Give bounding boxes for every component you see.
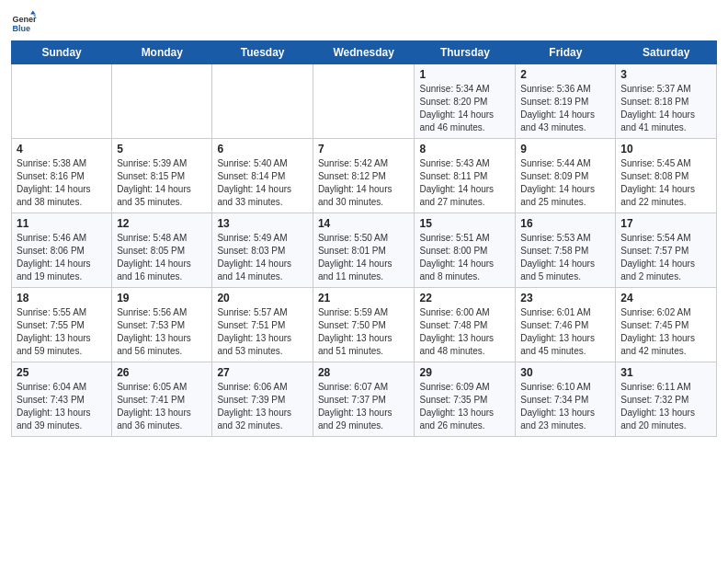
day-number: 17 bbox=[620, 217, 711, 230]
day-number: 12 bbox=[117, 217, 207, 230]
calendar-day-16: 16Sunrise: 5:53 AMSunset: 7:58 PMDayligh… bbox=[516, 213, 616, 288]
day-number: 27 bbox=[217, 366, 307, 379]
calendar-day-28: 28Sunrise: 6:07 AMSunset: 7:37 PMDayligh… bbox=[313, 362, 415, 437]
calendar-day-10: 10Sunrise: 5:45 AMSunset: 8:08 PMDayligh… bbox=[616, 139, 717, 213]
weekday-header-friday: Friday bbox=[516, 41, 616, 64]
empty-cell bbox=[313, 64, 415, 139]
day-number: 24 bbox=[620, 292, 711, 304]
calendar-week-2: 4Sunrise: 5:38 AMSunset: 8:16 PMDaylight… bbox=[12, 139, 717, 213]
day-number: 10 bbox=[620, 143, 711, 155]
day-info: Sunrise: 6:09 AMSunset: 7:35 PMDaylight:… bbox=[419, 381, 510, 432]
day-info: Sunrise: 5:38 AMSunset: 8:16 PMDaylight:… bbox=[17, 157, 107, 209]
empty-cell bbox=[212, 64, 313, 139]
calendar-day-23: 23Sunrise: 6:01 AMSunset: 7:46 PMDayligh… bbox=[516, 288, 616, 362]
calendar-table: SundayMondayTuesdayWednesdayThursdayFrid… bbox=[11, 40, 717, 437]
day-info: Sunrise: 5:45 AMSunset: 8:08 PMDaylight:… bbox=[620, 157, 711, 209]
day-info: Sunrise: 5:46 AMSunset: 8:06 PMDaylight:… bbox=[17, 232, 107, 283]
page-container: General Blue SundayMondayTuesdayWednesda… bbox=[0, 0, 728, 444]
calendar-day-5: 5Sunrise: 5:39 AMSunset: 8:15 PMDaylight… bbox=[112, 139, 212, 213]
calendar-day-14: 14Sunrise: 5:50 AMSunset: 8:01 PMDayligh… bbox=[313, 213, 415, 288]
day-number: 31 bbox=[620, 366, 711, 379]
calendar-day-7: 7Sunrise: 5:42 AMSunset: 8:12 PMDaylight… bbox=[313, 139, 415, 213]
calendar-day-21: 21Sunrise: 5:59 AMSunset: 7:50 PMDayligh… bbox=[313, 288, 415, 362]
calendar-day-11: 11Sunrise: 5:46 AMSunset: 8:06 PMDayligh… bbox=[12, 213, 112, 288]
logo: General Blue bbox=[11, 9, 37, 35]
day-info: Sunrise: 6:02 AMSunset: 7:45 PMDaylight:… bbox=[620, 306, 711, 358]
calendar-day-26: 26Sunrise: 6:05 AMSunset: 7:41 PMDayligh… bbox=[112, 362, 212, 437]
day-info: Sunrise: 5:48 AMSunset: 8:05 PMDaylight:… bbox=[117, 232, 207, 283]
day-number: 21 bbox=[318, 292, 410, 304]
logo-icon: General Blue bbox=[11, 9, 37, 35]
weekday-header-saturday: Saturday bbox=[616, 41, 717, 64]
day-number: 2 bbox=[520, 68, 610, 81]
day-info: Sunrise: 6:01 AMSunset: 7:46 PMDaylight:… bbox=[520, 306, 610, 358]
day-number: 20 bbox=[217, 292, 307, 304]
day-info: Sunrise: 5:37 AMSunset: 8:18 PMDaylight:… bbox=[620, 83, 711, 134]
weekday-header-sunday: Sunday bbox=[12, 41, 112, 64]
svg-text:Blue: Blue bbox=[12, 24, 30, 33]
calendar-day-9: 9Sunrise: 5:44 AMSunset: 8:09 PMDaylight… bbox=[516, 139, 616, 213]
day-info: Sunrise: 5:36 AMSunset: 8:19 PMDaylight:… bbox=[520, 83, 610, 134]
calendar-day-27: 27Sunrise: 6:06 AMSunset: 7:39 PMDayligh… bbox=[212, 362, 313, 437]
calendar-day-4: 4Sunrise: 5:38 AMSunset: 8:16 PMDaylight… bbox=[12, 139, 112, 213]
day-info: Sunrise: 5:55 AMSunset: 7:55 PMDaylight:… bbox=[17, 306, 107, 358]
day-number: 11 bbox=[17, 217, 107, 230]
day-info: Sunrise: 5:43 AMSunset: 8:11 PMDaylight:… bbox=[419, 157, 510, 209]
calendar-day-15: 15Sunrise: 5:51 AMSunset: 8:00 PMDayligh… bbox=[415, 213, 516, 288]
day-info: Sunrise: 5:51 AMSunset: 8:00 PMDaylight:… bbox=[419, 232, 510, 283]
calendar-day-12: 12Sunrise: 5:48 AMSunset: 8:05 PMDayligh… bbox=[112, 213, 212, 288]
calendar-day-30: 30Sunrise: 6:10 AMSunset: 7:34 PMDayligh… bbox=[516, 362, 616, 437]
day-info: Sunrise: 5:39 AMSunset: 8:15 PMDaylight:… bbox=[117, 157, 207, 209]
day-number: 6 bbox=[217, 143, 307, 155]
day-number: 4 bbox=[17, 143, 107, 155]
day-number: 3 bbox=[620, 68, 711, 81]
day-number: 19 bbox=[117, 292, 207, 304]
day-number: 13 bbox=[217, 217, 307, 230]
day-info: Sunrise: 5:34 AMSunset: 8:20 PMDaylight:… bbox=[419, 83, 510, 134]
calendar-day-2: 2Sunrise: 5:36 AMSunset: 8:19 PMDaylight… bbox=[516, 64, 616, 139]
day-info: Sunrise: 5:53 AMSunset: 7:58 PMDaylight:… bbox=[520, 232, 610, 283]
calendar-day-25: 25Sunrise: 6:04 AMSunset: 7:43 PMDayligh… bbox=[12, 362, 112, 437]
calendar-day-24: 24Sunrise: 6:02 AMSunset: 7:45 PMDayligh… bbox=[616, 288, 717, 362]
day-number: 29 bbox=[419, 366, 510, 379]
day-number: 30 bbox=[520, 366, 610, 379]
calendar-week-5: 25Sunrise: 6:04 AMSunset: 7:43 PMDayligh… bbox=[12, 362, 717, 437]
calendar-week-4: 18Sunrise: 5:55 AMSunset: 7:55 PMDayligh… bbox=[12, 288, 717, 362]
day-info: Sunrise: 6:05 AMSunset: 7:41 PMDaylight:… bbox=[117, 381, 207, 432]
day-info: Sunrise: 5:40 AMSunset: 8:14 PMDaylight:… bbox=[217, 157, 307, 209]
day-number: 22 bbox=[419, 292, 510, 304]
svg-marker-2 bbox=[30, 10, 36, 14]
day-info: Sunrise: 5:57 AMSunset: 7:51 PMDaylight:… bbox=[217, 306, 307, 358]
calendar-day-19: 19Sunrise: 5:56 AMSunset: 7:53 PMDayligh… bbox=[112, 288, 212, 362]
day-number: 28 bbox=[318, 366, 410, 379]
day-number: 26 bbox=[117, 366, 207, 379]
day-info: Sunrise: 5:56 AMSunset: 7:53 PMDaylight:… bbox=[117, 306, 207, 358]
day-info: Sunrise: 6:04 AMSunset: 7:43 PMDaylight:… bbox=[17, 381, 107, 432]
empty-cell bbox=[12, 64, 112, 139]
day-number: 23 bbox=[520, 292, 610, 304]
calendar-day-18: 18Sunrise: 5:55 AMSunset: 7:55 PMDayligh… bbox=[12, 288, 112, 362]
day-number: 1 bbox=[419, 68, 510, 81]
day-info: Sunrise: 5:42 AMSunset: 8:12 PMDaylight:… bbox=[318, 157, 410, 209]
calendar-day-29: 29Sunrise: 6:09 AMSunset: 7:35 PMDayligh… bbox=[415, 362, 516, 437]
day-info: Sunrise: 5:59 AMSunset: 7:50 PMDaylight:… bbox=[318, 306, 410, 358]
svg-text:General: General bbox=[12, 15, 37, 24]
weekday-header-wednesday: Wednesday bbox=[313, 41, 415, 64]
day-number: 14 bbox=[318, 217, 410, 230]
day-number: 18 bbox=[17, 292, 107, 304]
calendar-day-31: 31Sunrise: 6:11 AMSunset: 7:32 PMDayligh… bbox=[616, 362, 717, 437]
calendar-week-3: 11Sunrise: 5:46 AMSunset: 8:06 PMDayligh… bbox=[12, 213, 717, 288]
calendar-day-22: 22Sunrise: 6:00 AMSunset: 7:48 PMDayligh… bbox=[415, 288, 516, 362]
day-info: Sunrise: 5:44 AMSunset: 8:09 PMDaylight:… bbox=[520, 157, 610, 209]
weekday-header-row: SundayMondayTuesdayWednesdayThursdayFrid… bbox=[12, 41, 717, 64]
day-number: 9 bbox=[520, 143, 610, 155]
calendar-day-17: 17Sunrise: 5:54 AMSunset: 7:57 PMDayligh… bbox=[616, 213, 717, 288]
empty-cell bbox=[112, 64, 212, 139]
day-number: 5 bbox=[117, 143, 207, 155]
calendar-week-1: 1Sunrise: 5:34 AMSunset: 8:20 PMDaylight… bbox=[12, 64, 717, 139]
day-info: Sunrise: 6:00 AMSunset: 7:48 PMDaylight:… bbox=[419, 306, 510, 358]
weekday-header-thursday: Thursday bbox=[415, 41, 516, 64]
weekday-header-monday: Monday bbox=[112, 41, 212, 64]
day-number: 8 bbox=[419, 143, 510, 155]
day-info: Sunrise: 5:50 AMSunset: 8:01 PMDaylight:… bbox=[318, 232, 410, 283]
